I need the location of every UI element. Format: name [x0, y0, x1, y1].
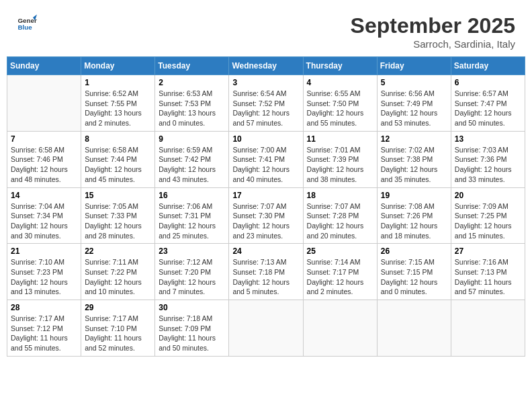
day-number: 19 — [381, 191, 447, 200]
day-number: 14 — [11, 191, 77, 200]
day-number: 26 — [381, 246, 447, 256]
day-info: Sunrise: 7:11 AM Sunset: 7:22 PM Dayligh… — [85, 257, 151, 297]
calendar-cell — [303, 300, 377, 357]
svg-text:Blue: Blue — [18, 24, 33, 31]
day-number: 18 — [307, 191, 373, 200]
day-number: 20 — [455, 191, 521, 200]
calendar-cell: 9Sunrise: 6:59 AM Sunset: 7:42 PM Daylig… — [155, 131, 229, 187]
calendar-week-row: 1Sunrise: 6:52 AM Sunset: 7:55 PM Daylig… — [7, 75, 525, 132]
day-number: 3 — [232, 78, 299, 87]
day-info: Sunrise: 7:03 AM Sunset: 7:36 PM Dayligh… — [455, 145, 521, 185]
day-info: Sunrise: 6:52 AM Sunset: 7:55 PM Dayligh… — [85, 89, 151, 128]
calendar-cell: 18Sunrise: 7:07 AM Sunset: 7:28 PM Dayli… — [303, 187, 377, 244]
day-number: 6 — [455, 78, 521, 87]
day-info: Sunrise: 7:18 AM Sunset: 7:09 PM Dayligh… — [159, 314, 225, 353]
calendar-week-row: 28Sunrise: 7:17 AM Sunset: 7:12 PM Dayli… — [7, 300, 525, 357]
calendar-cell: 22Sunrise: 7:11 AM Sunset: 7:22 PM Dayli… — [81, 244, 155, 300]
calendar-cell: 14Sunrise: 7:04 AM Sunset: 7:34 PM Dayli… — [7, 187, 81, 244]
calendar-cell: 6Sunrise: 6:57 AM Sunset: 7:47 PM Daylig… — [451, 75, 525, 132]
calendar-cell — [451, 300, 525, 357]
day-number: 7 — [11, 134, 77, 144]
calendar-cell: 12Sunrise: 7:02 AM Sunset: 7:38 PM Dayli… — [377, 131, 451, 187]
day-header-friday: Friday — [377, 57, 451, 75]
day-info: Sunrise: 7:17 AM Sunset: 7:10 PM Dayligh… — [85, 314, 151, 353]
calendar-cell: 7Sunrise: 6:58 AM Sunset: 7:46 PM Daylig… — [7, 131, 81, 187]
calendar-cell: 16Sunrise: 7:06 AM Sunset: 7:31 PM Dayli… — [155, 187, 229, 244]
calendar-cell: 26Sunrise: 7:15 AM Sunset: 7:15 PM Dayli… — [377, 244, 451, 300]
day-number: 13 — [455, 134, 521, 144]
calendar-cell: 30Sunrise: 7:18 AM Sunset: 7:09 PM Dayli… — [155, 300, 229, 357]
day-number: 23 — [159, 246, 225, 256]
calendar-cell: 28Sunrise: 7:17 AM Sunset: 7:12 PM Dayli… — [7, 300, 81, 357]
logo: General Blue — [17, 13, 37, 34]
day-number: 16 — [159, 191, 225, 200]
day-info: Sunrise: 6:59 AM Sunset: 7:42 PM Dayligh… — [159, 145, 225, 185]
day-header-monday: Monday — [81, 57, 155, 75]
day-header-saturday: Saturday — [451, 57, 525, 75]
day-number: 11 — [307, 134, 373, 144]
day-number: 4 — [307, 78, 373, 87]
calendar-cell: 24Sunrise: 7:13 AM Sunset: 7:18 PM Dayli… — [229, 244, 303, 300]
calendar-cell: 17Sunrise: 7:07 AM Sunset: 7:30 PM Dayli… — [229, 187, 303, 244]
calendar-cell — [229, 300, 303, 357]
day-info: Sunrise: 6:54 AM Sunset: 7:52 PM Dayligh… — [232, 89, 299, 128]
calendar-cell: 4Sunrise: 6:55 AM Sunset: 7:50 PM Daylig… — [303, 75, 377, 132]
calendar-cell: 13Sunrise: 7:03 AM Sunset: 7:36 PM Dayli… — [451, 131, 525, 187]
day-header-tuesday: Tuesday — [155, 57, 229, 75]
day-info: Sunrise: 7:12 AM Sunset: 7:20 PM Dayligh… — [159, 257, 225, 297]
day-info: Sunrise: 7:10 AM Sunset: 7:23 PM Dayligh… — [11, 257, 77, 297]
logo-icon: General Blue — [17, 13, 37, 34]
day-info: Sunrise: 6:58 AM Sunset: 7:46 PM Dayligh… — [11, 145, 77, 185]
day-number: 15 — [85, 191, 151, 200]
calendar-header-row: SundayMondayTuesdayWednesdayThursdayFrid… — [7, 57, 525, 75]
day-info: Sunrise: 7:01 AM Sunset: 7:39 PM Dayligh… — [307, 145, 373, 185]
calendar-table: SundayMondayTuesdayWednesdayThursdayFrid… — [7, 56, 525, 357]
calendar-cell: 20Sunrise: 7:09 AM Sunset: 7:25 PM Dayli… — [451, 187, 525, 244]
calendar-cell: 3Sunrise: 6:54 AM Sunset: 7:52 PM Daylig… — [229, 75, 303, 132]
calendar-cell: 19Sunrise: 7:08 AM Sunset: 7:26 PM Dayli… — [377, 187, 451, 244]
calendar-cell: 25Sunrise: 7:14 AM Sunset: 7:17 PM Dayli… — [303, 244, 377, 300]
day-number: 21 — [11, 246, 77, 256]
calendar-cell: 21Sunrise: 7:10 AM Sunset: 7:23 PM Dayli… — [7, 244, 81, 300]
day-number: 2 — [159, 78, 225, 87]
day-info: Sunrise: 6:58 AM Sunset: 7:44 PM Dayligh… — [85, 145, 151, 185]
day-number: 29 — [85, 303, 151, 312]
day-info: Sunrise: 7:08 AM Sunset: 7:26 PM Dayligh… — [381, 201, 447, 241]
day-number: 28 — [11, 303, 77, 312]
day-number: 8 — [85, 134, 151, 144]
calendar-week-row: 14Sunrise: 7:04 AM Sunset: 7:34 PM Dayli… — [7, 187, 525, 244]
day-info: Sunrise: 7:02 AM Sunset: 7:38 PM Dayligh… — [381, 145, 447, 185]
day-info: Sunrise: 7:15 AM Sunset: 7:15 PM Dayligh… — [381, 257, 447, 297]
day-info: Sunrise: 6:53 AM Sunset: 7:53 PM Dayligh… — [159, 89, 225, 128]
day-info: Sunrise: 7:16 AM Sunset: 7:13 PM Dayligh… — [455, 257, 521, 297]
calendar-cell: 15Sunrise: 7:05 AM Sunset: 7:33 PM Dayli… — [81, 187, 155, 244]
day-number: 1 — [85, 78, 151, 87]
day-info: Sunrise: 6:55 AM Sunset: 7:50 PM Dayligh… — [307, 89, 373, 128]
calendar-cell: 2Sunrise: 6:53 AM Sunset: 7:53 PM Daylig… — [155, 75, 229, 132]
day-info: Sunrise: 7:09 AM Sunset: 7:25 PM Dayligh… — [455, 201, 521, 241]
calendar-week-row: 7Sunrise: 6:58 AM Sunset: 7:46 PM Daylig… — [7, 131, 525, 187]
day-number: 12 — [381, 134, 447, 144]
day-number: 24 — [232, 246, 299, 256]
calendar-cell: 1Sunrise: 6:52 AM Sunset: 7:55 PM Daylig… — [81, 75, 155, 132]
page-header: General Blue September 2025 Sarroch, Sar… — [7, 7, 525, 53]
calendar-cell — [7, 75, 81, 132]
day-number: 22 — [85, 246, 151, 256]
calendar-cell: 23Sunrise: 7:12 AM Sunset: 7:20 PM Dayli… — [155, 244, 229, 300]
day-number: 10 — [232, 134, 299, 144]
day-info: Sunrise: 6:56 AM Sunset: 7:49 PM Dayligh… — [381, 89, 447, 128]
day-header-thursday: Thursday — [303, 57, 377, 75]
day-info: Sunrise: 7:05 AM Sunset: 7:33 PM Dayligh… — [85, 201, 151, 241]
day-number: 5 — [381, 78, 447, 87]
day-number: 27 — [455, 246, 521, 256]
day-info: Sunrise: 6:57 AM Sunset: 7:47 PM Dayligh… — [455, 89, 521, 128]
day-info: Sunrise: 7:07 AM Sunset: 7:30 PM Dayligh… — [232, 201, 299, 241]
calendar-cell: 8Sunrise: 6:58 AM Sunset: 7:44 PM Daylig… — [81, 131, 155, 187]
day-info: Sunrise: 7:17 AM Sunset: 7:12 PM Dayligh… — [11, 314, 77, 353]
calendar-cell: 11Sunrise: 7:01 AM Sunset: 7:39 PM Dayli… — [303, 131, 377, 187]
calendar-cell: 10Sunrise: 7:00 AM Sunset: 7:41 PM Dayli… — [229, 131, 303, 187]
day-header-sunday: Sunday — [7, 57, 81, 75]
month-title: September 2025 — [351, 13, 515, 38]
day-number: 30 — [159, 303, 225, 312]
day-info: Sunrise: 7:04 AM Sunset: 7:34 PM Dayligh… — [11, 201, 77, 241]
